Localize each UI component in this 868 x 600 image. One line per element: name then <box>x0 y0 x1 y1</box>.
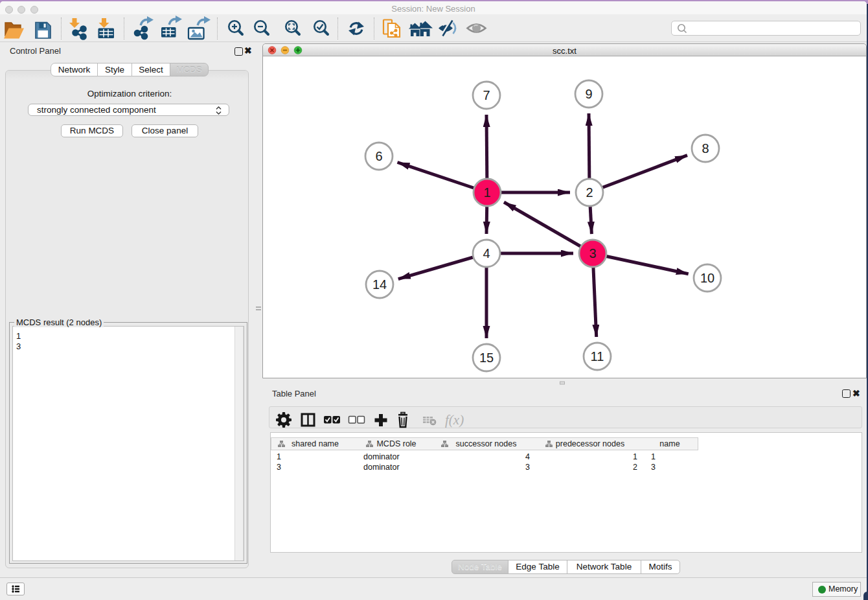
svg-text:f(x): f(x) <box>445 412 464 428</box>
svg-text:11: 11 <box>591 349 604 363</box>
svg-text:1: 1 <box>483 185 490 200</box>
svg-text:14: 14 <box>372 277 387 292</box>
svg-text:10: 10 <box>700 271 714 285</box>
svg-text:3: 3 <box>589 246 596 260</box>
svg-text:8: 8 <box>702 141 709 156</box>
svg-text:15: 15 <box>479 351 494 365</box>
svg-text:4: 4 <box>483 246 490 260</box>
svg-text:7: 7 <box>483 88 490 102</box>
svg-text:9: 9 <box>585 87 592 101</box>
svg-text:2: 2 <box>586 185 593 200</box>
svg-text:6: 6 <box>375 149 382 163</box>
